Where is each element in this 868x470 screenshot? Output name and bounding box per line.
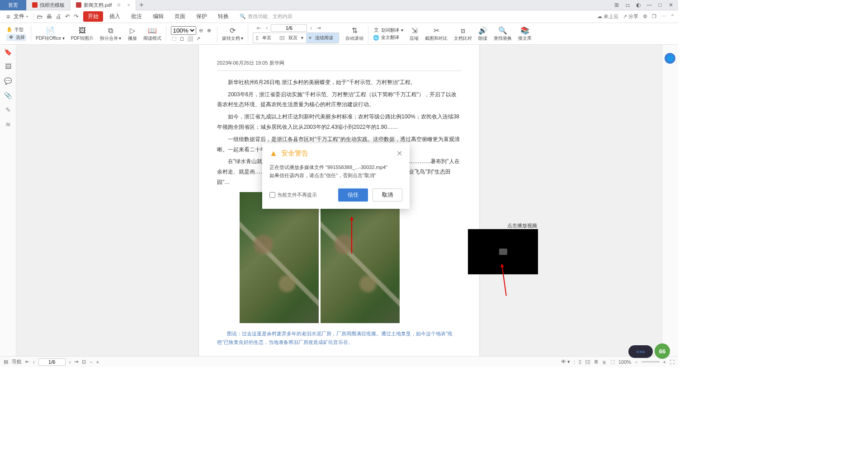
share-button[interactable]: ↗ 分享 [623, 13, 638, 20]
trust-button[interactable]: 信任 [338, 188, 368, 202]
menu-start[interactable]: 开始 [83, 11, 103, 22]
menu-edit[interactable]: 编辑 [148, 11, 168, 22]
apps-icon[interactable]: ⚏ [623, 0, 632, 9]
settings-icon[interactable]: ⚙ [643, 14, 647, 19]
sb-page-input[interactable] [38, 358, 66, 366]
undo-icon[interactable]: ↶ [65, 13, 70, 20]
compress-icon: ⇲ [411, 26, 417, 35]
page-input[interactable] [271, 24, 307, 32]
cursor-icon: ✥ [8, 34, 14, 40]
eye-icon[interactable]: 👁 ▾ [561, 359, 570, 365]
view-double-icon[interactable]: ▯▯ [585, 359, 590, 365]
feedback-icon[interactable]: ❐ [652, 14, 656, 19]
select-tool[interactable]: ✥选择 [6, 34, 26, 41]
avatar-icon[interactable]: ◐ [634, 0, 643, 9]
tab-template[interactable]: 找稻壳模板 [27, 0, 71, 10]
attachment-icon[interactable]: 📎 [4, 92, 12, 99]
sb-zoom[interactable]: 100% [618, 359, 631, 365]
signature-icon[interactable]: ✎ [5, 106, 11, 113]
view-cont2-icon[interactable]: ⫼ [602, 359, 607, 365]
sb-zoom-minus-icon[interactable]: − [635, 359, 637, 365]
sb-first-icon[interactable]: ⇤ [25, 359, 29, 365]
full-translate[interactable]: 🌐全文翻译 [373, 34, 403, 41]
office-icon: 📄 [46, 26, 55, 35]
close-window-icon[interactable]: ✕ [666, 0, 675, 9]
read-aloud[interactable]: 🔊朗读 [476, 23, 490, 44]
bookmark-icon[interactable]: 🔖 [4, 48, 12, 56]
open-icon[interactable]: 🗁 [37, 13, 42, 20]
menu-annotate[interactable]: 批注 [127, 11, 146, 22]
file-menu[interactable]: 文件▾ [4, 13, 31, 20]
split-merge[interactable]: ⧉拆分合并 ▾ [97, 23, 124, 44]
menu-protect[interactable]: 保护 [192, 11, 212, 22]
comment-icon[interactable]: 💬 [4, 77, 12, 85]
fullscreen-icon[interactable]: ⛶ [670, 359, 675, 365]
more-icon[interactable]: ⋯ [661, 14, 666, 19]
zoom-slider[interactable] [642, 361, 660, 362]
save-icon[interactable]: 🖶 [46, 13, 52, 20]
find-replace[interactable]: 🔍查找替换 [491, 23, 514, 44]
crop-compare[interactable]: ✂截图和对比 [422, 23, 450, 44]
collapse-ribbon-icon[interactable]: ⌃ [670, 14, 675, 19]
next-page-icon[interactable]: › [309, 25, 313, 31]
sb-zoom-out-icon[interactable]: − [90, 359, 92, 365]
read-mode[interactable]: 📖阅读模式 [141, 23, 164, 44]
sb-zoom-in-icon[interactable]: + [96, 359, 99, 365]
compress[interactable]: ⇲压缩 [407, 23, 421, 44]
auto-scroll[interactable]: ⇅自动滚动 [343, 23, 366, 44]
pdf-to-office[interactable]: 📄PDF转Office ▾ [33, 23, 67, 44]
pdf-to-image[interactable]: 🖼PDF转图片 [68, 23, 96, 44]
find-icon: 🔍 [498, 26, 507, 35]
view-single-icon[interactable]: ▯ [579, 359, 581, 365]
tab-document[interactable]: 新闻文档.pdf× [71, 0, 136, 10]
sb-fit2-icon[interactable]: ⬚ [610, 359, 615, 365]
hand-tool[interactable]: ✋手型 [6, 27, 26, 33]
layers-icon[interactable]: ≋ [5, 121, 11, 128]
sb-zoom-plus-icon[interactable]: + [663, 359, 666, 365]
double-page[interactable]: ▯▯ 双页 ▾ [277, 33, 306, 43]
play-button[interactable]: ▷播放 [125, 23, 140, 44]
first-page-icon[interactable]: ⇤ [255, 25, 263, 31]
sb-fit-icon[interactable]: ⊡ [82, 359, 86, 365]
zoom-out-icon[interactable]: ⊖ [198, 28, 204, 33]
single-page[interactable]: ▯ 单页 [253, 33, 277, 43]
float-tool-icon[interactable]: 🌐 [665, 53, 675, 64]
marquee-icon[interactable]: ↗ [195, 36, 202, 42]
dialog-close-icon[interactable]: ✕ [396, 149, 402, 158]
search-box[interactable]: 🔍查找功能、文档内容 [240, 13, 292, 20]
souwenku[interactable]: 📚搜文库 [515, 23, 534, 44]
doc-compare[interactable]: ⧈文档比对 [451, 23, 475, 44]
thumbnail-icon[interactable]: 🖼 [5, 63, 11, 70]
sb-last-icon[interactable]: ⇥ [74, 359, 78, 365]
sb-prev-icon[interactable]: ‹ [33, 359, 35, 365]
no-prompt-checkbox[interactable]: 当前文件不再提示 [269, 192, 334, 198]
nav-pane-icon[interactable]: ▤ [4, 359, 8, 365]
redo-icon[interactable]: ↷ [74, 13, 79, 20]
tab-add-button[interactable]: + [136, 1, 147, 9]
checkbox[interactable] [269, 192, 275, 198]
zoom-in-icon[interactable]: ⊕ [206, 28, 212, 33]
cloud-status[interactable]: ☁ 未上云 [597, 13, 618, 20]
tab-close-icon[interactable]: × [127, 2, 130, 8]
word-translate[interactable]: 文划词翻译 ▾ [373, 27, 403, 33]
print-icon[interactable]: 🖨 [56, 13, 61, 20]
continuous-page[interactable]: ≡ 连续阅读 [306, 33, 339, 43]
minimize-icon[interactable]: — [645, 0, 654, 9]
actual-size-icon[interactable]: ⬜ [187, 36, 193, 42]
menu-page[interactable]: 页面 [170, 11, 190, 22]
video-thumbnail[interactable] [468, 229, 538, 274]
rotate-doc[interactable]: ⟳旋转文档 ▾ [219, 23, 246, 44]
maximize-icon[interactable]: □ [656, 0, 665, 9]
zoom-select[interactable]: 100% [171, 26, 196, 35]
sb-next-icon[interactable]: › [69, 359, 71, 365]
last-page-icon[interactable]: ⇥ [315, 25, 322, 31]
prev-page-icon[interactable]: ‹ [264, 25, 269, 31]
tab-home[interactable]: 首页 [0, 0, 27, 10]
cancel-button[interactable]: 取消 [373, 188, 402, 202]
layout-icon[interactable]: ⊞ [612, 0, 621, 9]
menu-insert[interactable]: 插入 [105, 11, 125, 22]
fit-page-icon[interactable]: ◻ [179, 36, 185, 42]
fit-width-icon[interactable]: ⬚ [171, 36, 177, 42]
menu-convert[interactable]: 转换 [213, 11, 233, 22]
view-cont-icon[interactable]: ≣ [594, 359, 598, 365]
